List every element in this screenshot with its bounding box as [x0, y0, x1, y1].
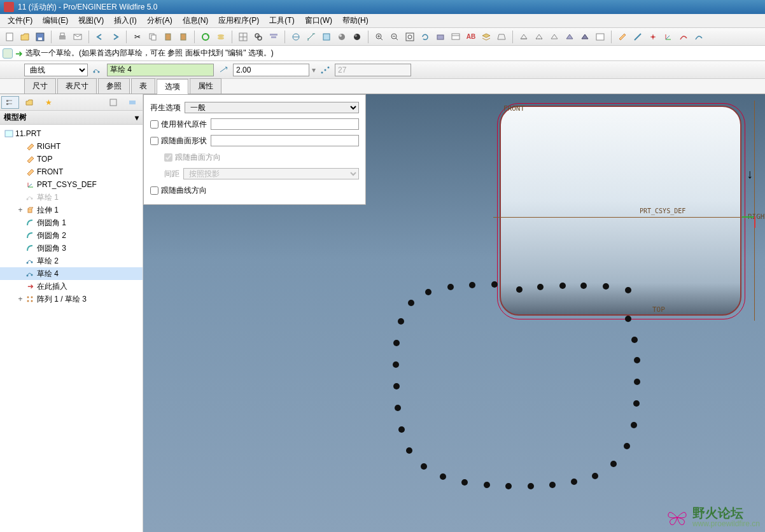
substitute-input[interactable]	[211, 118, 359, 130]
zoom-out-icon[interactable]	[388, 30, 402, 44]
tree-item[interactable]: RIGHT	[0, 140, 143, 153]
pattern-instance-dot[interactable]	[603, 283, 609, 290]
pattern-instance-dot[interactable]	[625, 316, 631, 322]
tree-item[interactable]: +拉伸 1	[0, 204, 143, 216]
regen-icon[interactable]	[199, 30, 213, 44]
orient-icon[interactable]	[433, 30, 447, 44]
pattern-type-select[interactable]: 曲线	[24, 64, 88, 76]
sel-filter-icon[interactable]	[267, 30, 281, 44]
tree-item[interactable]: ➜在此插入	[0, 280, 143, 293]
mail-icon[interactable]	[71, 30, 85, 44]
count-icon[interactable]	[318, 63, 332, 77]
pattern-instance-dot[interactable]	[631, 337, 638, 343]
annotate-icon[interactable]: AB	[464, 30, 478, 44]
pattern-instance-dot[interactable]	[516, 286, 523, 293]
pattern-instance-dot[interactable]	[408, 300, 414, 306]
pattern-instance-dot[interactable]	[393, 340, 400, 346]
pattern-instance-dot[interactable]	[610, 461, 617, 467]
tree-settings-icon[interactable]	[104, 96, 122, 109]
spin-icon[interactable]	[289, 30, 303, 44]
sketch-collector[interactable]	[107, 64, 214, 76]
pattern-instance-dot[interactable]	[549, 482, 556, 488]
pattern-instance-dot[interactable]	[624, 443, 630, 449]
no-hidden-icon[interactable]	[547, 30, 561, 44]
tab-references[interactable]: 参照	[98, 78, 130, 94]
layers-icon[interactable]	[479, 30, 493, 44]
model-tree-tab-icon[interactable]	[1, 96, 19, 109]
paste-icon[interactable]	[161, 30, 175, 44]
surface-input[interactable]	[211, 135, 359, 146]
style-list-icon[interactable]	[593, 30, 607, 44]
find-icon[interactable]	[251, 30, 265, 44]
pattern-instance-dot[interactable]	[395, 405, 401, 411]
folder-tab-icon[interactable]	[20, 96, 38, 109]
pattern-instance-dot[interactable]	[505, 483, 512, 489]
pattern-instance-dot[interactable]	[393, 361, 399, 368]
pattern-instance-dot[interactable]	[398, 318, 404, 325]
pattern-instance-dot[interactable]	[393, 383, 400, 389]
datum-axis-icon[interactable]	[631, 30, 645, 44]
menu-insert[interactable]: 插入(I)	[109, 14, 141, 27]
expand-icon[interactable]: +	[17, 206, 24, 214]
pattern-instance-dot[interactable]	[634, 357, 640, 363]
menu-analysis[interactable]: 分析(A)	[142, 14, 178, 27]
new-icon[interactable]	[3, 30, 17, 44]
pattern-instance-dot[interactable]	[491, 281, 498, 288]
pattern-instance-dot[interactable]	[631, 422, 637, 428]
pattern-instance-dot[interactable]	[559, 283, 566, 289]
undo-icon[interactable]	[93, 30, 107, 44]
tree-item[interactable]: 草绘 4	[0, 267, 143, 280]
expand-icon[interactable]: +	[17, 295, 24, 304]
tree-item[interactable]: +阵列 1 / 草绘 3	[0, 293, 143, 305]
tree-item[interactable]: 倒圆角 3	[0, 242, 143, 255]
paste-special-icon[interactable]	[176, 30, 190, 44]
print-icon[interactable]	[55, 30, 69, 44]
graphics-viewport[interactable]: 再生选项 一般 使用替代原件 跟随曲面形状 跟随曲面方向 间距 按照投影	[143, 94, 765, 532]
tab-table[interactable]: 表	[131, 78, 155, 94]
datum-point-icon[interactable]	[646, 30, 660, 44]
render-icon[interactable]	[335, 30, 349, 44]
pattern-instance-dot[interactable]	[537, 284, 544, 290]
menu-tools[interactable]: 工具(T)	[264, 14, 299, 27]
tree-item[interactable]: 草绘 2	[0, 255, 143, 267]
open-icon[interactable]	[18, 30, 32, 44]
tree-show-icon[interactable]	[123, 96, 141, 109]
grid-icon[interactable]	[236, 30, 250, 44]
pattern-instance-dot[interactable]	[571, 479, 577, 485]
copy-icon[interactable]	[146, 30, 160, 44]
redo-icon[interactable]	[108, 30, 122, 44]
menu-apps[interactable]: 应用程序(P)	[213, 14, 264, 27]
tree-item[interactable]: 倒圆角 1	[0, 216, 143, 229]
menu-edit[interactable]: 编辑(E)	[38, 14, 73, 27]
follow-surface-checkbox[interactable]	[150, 137, 158, 145]
shadededge-icon[interactable]	[578, 30, 592, 44]
highlight-icon[interactable]	[319, 30, 333, 44]
tab-properties[interactable]: 属性	[190, 78, 221, 94]
pattern-instance-dot[interactable]	[484, 482, 490, 488]
pattern-instance-dot[interactable]	[592, 473, 598, 479]
regen-select[interactable]: 一般	[185, 102, 359, 113]
pattern-instance-dot[interactable]	[625, 287, 631, 293]
pattern-instance-dot[interactable]	[461, 479, 468, 486]
direction-toggle-icon[interactable]	[216, 63, 230, 77]
spacing-value-input[interactable]	[233, 64, 309, 76]
follow-curve-checkbox[interactable]	[150, 186, 158, 195]
named-views-icon[interactable]	[449, 30, 463, 44]
cut-icon[interactable]: ✂	[130, 30, 144, 44]
pattern-instance-dot[interactable]	[398, 426, 405, 433]
layer-icon[interactable]	[214, 30, 228, 44]
tree-filter-icon[interactable]: ▾	[135, 113, 139, 122]
pattern-instance-dot[interactable]	[469, 282, 475, 288]
menu-info[interactable]: 信息(N)	[178, 14, 214, 27]
pattern-instance-dot[interactable]	[634, 379, 640, 385]
tree-item[interactable]: PRT_CSYS_DEF	[0, 178, 143, 191]
pattern-instance-dot[interactable]	[447, 284, 454, 290]
pattern-instance-dot[interactable]	[633, 400, 640, 407]
zoom-in-icon[interactable]	[372, 30, 386, 44]
menu-help[interactable]: 帮助(H)	[337, 14, 374, 27]
hidden-line-icon[interactable]	[532, 30, 546, 44]
redraw-icon[interactable]	[418, 30, 432, 44]
menu-window[interactable]: 窗口(W)	[300, 14, 337, 27]
pattern-instance-dot[interactable]	[528, 483, 534, 489]
sketch-slot-icon[interactable]	[90, 63, 104, 77]
